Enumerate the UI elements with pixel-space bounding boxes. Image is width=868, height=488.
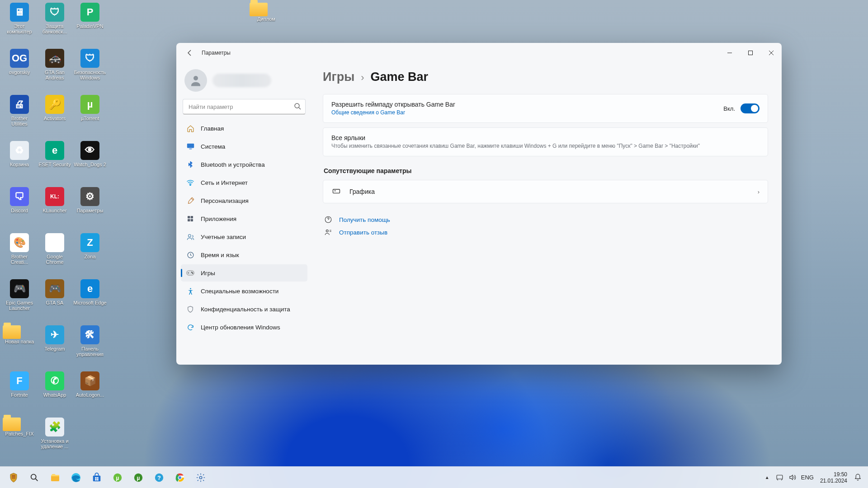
nav: Главная Система Bluetooth и устройства С… xyxy=(181,120,307,336)
desktop-icon[interactable]: 🎮Epic Games Launcher xyxy=(3,279,36,311)
desktop-icon[interactable]: Новая папка xyxy=(3,325,36,344)
tb-settings[interactable] xyxy=(191,469,211,487)
tb-search[interactable] xyxy=(24,469,44,487)
app-icon: 🗨 xyxy=(10,187,29,206)
svg-rect-7 xyxy=(191,216,193,218)
tray-language[interactable]: ENG xyxy=(801,474,814,481)
nav-item-brush[interactable]: Персонализация xyxy=(181,192,307,209)
desktop-icon[interactable]: 🖨Brother Utilities xyxy=(3,95,36,127)
desktop-icon[interactable]: 🎮GTA SA xyxy=(38,279,71,305)
nav-item-time[interactable]: Время и язык xyxy=(181,246,307,263)
nav-item-update[interactable]: Центр обновления Windows xyxy=(181,319,307,336)
tb-store[interactable] xyxy=(87,469,107,487)
desktop-icon[interactable]: ZZona xyxy=(73,233,107,259)
app-icon: 🛡 xyxy=(80,49,99,68)
desktop-icon[interactable]: OGovgorskiy xyxy=(3,49,36,75)
desktop-icon[interactable]: µµTorrent xyxy=(73,95,107,121)
explorer-icon xyxy=(50,472,61,483)
svg-text:µ: µ xyxy=(137,474,140,481)
desktop-icon[interactable]: 🧩Установка и удаление ... xyxy=(38,418,71,449)
desktop-icon[interactable]: 🛠Панель управления xyxy=(73,325,107,357)
desktop-icon-label: Панель управления xyxy=(73,346,107,357)
svg-point-19 xyxy=(31,474,36,479)
search-icon xyxy=(29,472,40,483)
nav-item-gaming[interactable]: Игры xyxy=(181,264,307,282)
desktop-icon[interactable]: ✆WhatsApp xyxy=(38,371,71,398)
tb-help[interactable]: ? xyxy=(149,469,169,487)
row-graphics-label: Графика xyxy=(349,188,750,195)
desktop-icon-label: Epic Games Launcher xyxy=(3,300,36,311)
desktop-icon-label: Новая папка xyxy=(3,339,36,344)
nav-item-privacy[interactable]: Конфиденциальность и защита xyxy=(181,300,307,318)
desktop-icon[interactable]: 🚓GTA San Andreas xyxy=(38,49,71,80)
tb-utorrent-web[interactable]: µ xyxy=(108,469,127,487)
svg-rect-36 xyxy=(777,475,783,479)
desktop-icon[interactable]: Patches_FIX xyxy=(3,418,36,436)
tb-chrome[interactable] xyxy=(170,469,190,487)
svg-rect-24 xyxy=(95,479,96,480)
porsche-icon xyxy=(8,472,19,483)
svg-point-13 xyxy=(191,272,192,273)
nav-item-accounts[interactable]: Учетные записи xyxy=(181,228,307,245)
desktop-icon-label: GTA SA xyxy=(38,300,71,305)
app-icon: 🖨 xyxy=(10,95,29,114)
link-feedback[interactable]: Отправить отзыв xyxy=(339,229,387,236)
breadcrumb-parent[interactable]: Игры xyxy=(323,70,354,84)
nav-item-home[interactable]: Главная xyxy=(181,120,307,137)
search-input[interactable] xyxy=(183,99,306,114)
tb-start[interactable] xyxy=(4,469,24,487)
tb-explorer[interactable] xyxy=(45,469,65,487)
chrome-icon xyxy=(175,472,185,483)
desktop-icon[interactable]: KL:KLauncher xyxy=(38,187,71,213)
desktop-icon[interactable]: ♻Корзина xyxy=(3,141,36,167)
svg-text:?: ? xyxy=(157,474,161,481)
link-help[interactable]: Получить помощь xyxy=(339,216,390,223)
card-graphics[interactable]: Графика › xyxy=(323,180,768,203)
app-icon: Z xyxy=(80,233,99,252)
desktop-icon[interactable]: 🛡Защита банковск... xyxy=(38,3,71,34)
search-icon xyxy=(294,103,301,112)
desktop-icon[interactable]: ⚙Параметры xyxy=(73,187,107,213)
desktop-icon[interactable]: eESET Security xyxy=(38,141,71,167)
desktop-icon[interactable]: 🎨Brother Creati... xyxy=(3,233,36,265)
desktop-icon[interactable]: FFortnite xyxy=(3,371,36,398)
desktop-icon[interactable]: Диплом xyxy=(250,3,283,22)
tray-notifications-icon[interactable] xyxy=(854,474,862,482)
tray-volume-icon[interactable] xyxy=(788,474,797,482)
desktop-icon[interactable]: eMicrosoft Edge xyxy=(73,279,107,305)
desktop-icon[interactable]: 🛡Безопасность Windows xyxy=(73,49,107,80)
nav-item-apps[interactable]: Приложения xyxy=(181,210,307,227)
tb-utorrent[interactable]: µ xyxy=(128,469,148,487)
app-icon: 🛠 xyxy=(80,325,99,344)
minimize-button[interactable] xyxy=(719,46,740,60)
desktop-icon[interactable]: 🗨Discord xyxy=(3,187,36,213)
back-button[interactable] xyxy=(181,44,199,62)
nav-label: Игры xyxy=(201,270,215,277)
svg-rect-6 xyxy=(188,216,190,218)
nav-item-system[interactable]: Система xyxy=(181,138,307,155)
desktop-icon-label: AutoLogon... xyxy=(73,392,107,398)
maximize-button[interactable] xyxy=(740,46,761,60)
desktop-icon-label: Защита банковск... xyxy=(38,23,71,34)
tray-overflow[interactable] xyxy=(763,474,771,482)
desktop-icon[interactable]: 🖥Этот компьютер xyxy=(3,3,36,34)
link-gamebar-info[interactable]: Общие сведения о Game Bar xyxy=(331,109,405,116)
tb-edge[interactable] xyxy=(66,469,86,487)
app-icon: 🛡 xyxy=(45,3,64,22)
svg-rect-3 xyxy=(187,144,193,148)
desktop-icon[interactable]: 👁Watch_Dogs 2 xyxy=(73,141,107,167)
desktop-icon[interactable]: PPaladinVPN xyxy=(73,3,107,29)
tray-onedrive-icon[interactable] xyxy=(776,474,784,482)
desktop-icon[interactable]: 🔑Activators xyxy=(38,95,71,121)
tray-clock[interactable]: 19:50 21.01.2024 xyxy=(818,471,849,484)
titlebar: Параметры xyxy=(176,43,782,63)
nav-item-wifi[interactable]: Сеть и Интернет xyxy=(181,174,307,191)
nav-item-access[interactable]: Специальные возможности xyxy=(181,282,307,300)
nav-item-bluetooth[interactable]: Bluetooth и устройства xyxy=(181,156,307,173)
toggle-gamepad[interactable] xyxy=(741,103,760,113)
close-button[interactable] xyxy=(761,46,782,60)
user-row[interactable] xyxy=(181,65,307,99)
desktop-icon[interactable]: 📦AutoLogon... xyxy=(73,371,107,398)
desktop-icon[interactable]: ◉Google Chrome xyxy=(38,233,71,265)
desktop-icon[interactable]: ✈Telegram xyxy=(38,325,71,352)
